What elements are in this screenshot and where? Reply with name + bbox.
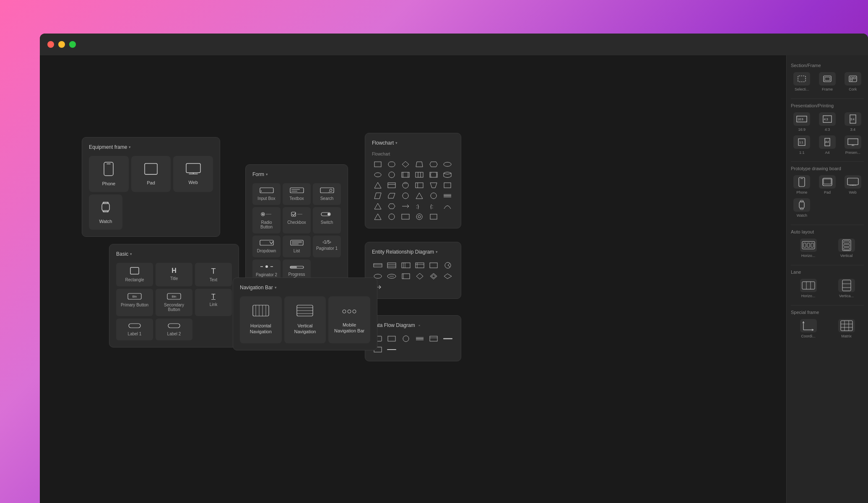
equipment-frame-arrow[interactable]: ▾	[129, 145, 131, 149]
fc-shape-10[interactable]	[413, 170, 425, 179]
erd-shape-11[interactable]	[428, 272, 439, 281]
equipment-pad[interactable]: Pad	[131, 156, 171, 192]
panel-present[interactable]: Presen...	[842, 135, 864, 155]
basic-arrow[interactable]: ▾	[130, 252, 132, 256]
panel-proto-watch[interactable]: Watch	[791, 198, 813, 218]
form-textbox[interactable]: Textbox	[283, 183, 311, 205]
fc-shape-15[interactable]	[400, 181, 411, 190]
fc-shape-1[interactable]	[372, 160, 384, 169]
panel-lane-v[interactable]: Vertica...	[829, 279, 864, 298]
erd-shape-6[interactable]	[442, 261, 454, 270]
basic-rectangle[interactable]: Rectangle	[116, 263, 153, 286]
basic-link[interactable]: T Link	[195, 289, 232, 316]
erd-shape-8[interactable]	[386, 272, 398, 281]
fc-shape-29[interactable]: {:	[428, 202, 439, 211]
dfd-shape-2[interactable]	[386, 334, 398, 343]
panel-1-1[interactable]: 1:1 1:1	[791, 135, 813, 155]
fc-shape-20[interactable]	[386, 191, 398, 200]
panel-horiz-layout[interactable]: Horizo...	[791, 239, 826, 258]
erd-shape-10[interactable]	[414, 272, 426, 281]
erd-shape-12[interactable]	[442, 272, 454, 281]
erd-arrow[interactable]: ▾	[436, 250, 438, 254]
basic-label1[interactable]: Label 1	[116, 319, 153, 340]
fc-shape-27[interactable]	[400, 202, 411, 211]
fc-shape-33[interactable]	[400, 212, 411, 221]
panel-selection[interactable]: Selecti...	[791, 72, 813, 92]
fc-shape-12[interactable]	[442, 170, 453, 179]
dfd-shape-4[interactable]	[414, 334, 426, 343]
fc-shape-7[interactable]	[372, 170, 384, 179]
fc-shape-30[interactable]	[442, 202, 453, 211]
basic-primary-button[interactable]: Btn Primary Button	[116, 289, 153, 316]
fc-shape-22[interactable]	[413, 191, 425, 200]
panel-cork[interactable]: Cork	[842, 72, 864, 92]
equipment-phone[interactable]: Phone	[89, 156, 129, 192]
fc-shape-2[interactable]	[386, 160, 398, 169]
dfd-shape-6[interactable]	[442, 334, 454, 343]
fc-shape-8[interactable]	[386, 170, 398, 179]
panel-16-9[interactable]: 16:9 16:9	[791, 112, 813, 132]
equipment-web[interactable]: Web	[173, 156, 213, 192]
form-radio-button[interactable]: Radio Button	[252, 207, 281, 233]
erd-shape-3[interactable]	[400, 261, 412, 270]
fc-shape-34[interactable]	[413, 212, 425, 221]
form-checkbox[interactable]: Checkbox	[283, 207, 311, 233]
fc-shape-14[interactable]	[386, 181, 398, 190]
dfd-shape-3[interactable]	[400, 334, 412, 343]
maximize-button[interactable]	[69, 41, 76, 48]
dfd-shape-8[interactable]	[386, 345, 398, 354]
basic-text[interactable]: T Text	[195, 263, 232, 286]
fc-shape-35[interactable]	[428, 212, 439, 221]
panel-a4[interactable]: A4 A4	[816, 135, 839, 155]
fc-shape-19[interactable]	[372, 191, 384, 200]
fc-shape-28[interactable]: :}	[413, 202, 425, 211]
erd-shape-5[interactable]	[428, 261, 439, 270]
panel-vert-layout[interactable]: Vertical	[829, 239, 864, 258]
form-arrow[interactable]: ▾	[266, 172, 268, 176]
form-list[interactable]: List	[283, 236, 311, 257]
fc-shape-3[interactable]	[400, 160, 411, 169]
fc-shape-21[interactable]	[400, 191, 411, 200]
fc-shape-6[interactable]	[442, 160, 453, 169]
fc-shape-13[interactable]	[372, 181, 384, 190]
basic-label2[interactable]: Label 2	[156, 319, 192, 340]
erd-shape-4[interactable]	[414, 261, 426, 270]
close-button[interactable]	[47, 41, 54, 48]
panel-proto-web[interactable]: Web	[842, 175, 864, 195]
panel-frame[interactable]: Frame	[816, 72, 839, 92]
vertical-nav-item[interactable]: Vertical Navigation	[284, 296, 326, 343]
fc-shape-36[interactable]	[442, 212, 453, 221]
fc-shape-16[interactable]	[413, 181, 425, 190]
panel-3-4[interactable]: 3:4 3:4	[842, 112, 864, 132]
form-switch[interactable]: Switch	[313, 207, 341, 233]
form-dropdown[interactable]: Dropdown	[252, 236, 281, 257]
erd-shape-2[interactable]	[386, 261, 398, 270]
form-paginator1[interactable]: ‹1/5› Paginator 1	[313, 236, 341, 257]
basic-title[interactable]: H Title	[156, 263, 192, 286]
fc-shape-31[interactable]	[372, 212, 384, 221]
basic-secondary-button[interactable]: Btn Secondary Button	[156, 289, 192, 316]
panel-4-3[interactable]: 4:3 4:3	[816, 112, 839, 132]
panel-matrix[interactable]: Matrix	[829, 319, 864, 339]
fc-shape-5[interactable]	[428, 160, 439, 169]
form-input-box[interactable]: Input Box	[252, 183, 281, 205]
dfd-shape-5[interactable]	[428, 334, 439, 343]
erd-shape-1[interactable]	[372, 261, 384, 270]
fc-shape-32[interactable]	[386, 212, 398, 221]
nav-bar-arrow[interactable]: ▾	[275, 285, 277, 290]
fc-shape-11[interactable]	[428, 170, 439, 179]
fc-shape-23[interactable]	[428, 191, 439, 200]
flowchart-arrow[interactable]: ▾	[395, 141, 398, 145]
fc-shape-9[interactable]	[400, 170, 411, 179]
fc-shape-4[interactable]	[413, 160, 425, 169]
form-search[interactable]: Search	[313, 183, 341, 205]
minimize-button[interactable]	[58, 41, 65, 48]
panel-coord[interactable]: Coordi...	[791, 319, 826, 339]
panel-proto-phone[interactable]: Phone	[791, 175, 813, 195]
horizontal-nav-item[interactable]: Horizontal Navigation	[240, 296, 282, 343]
fc-shape-25[interactable]	[372, 202, 384, 211]
mobile-nav-item[interactable]: Mobile Navigation Bar	[328, 296, 370, 343]
fc-shape-24[interactable]	[442, 191, 453, 200]
equipment-watch[interactable]: Watch	[89, 194, 122, 230]
fc-shape-17[interactable]	[428, 181, 439, 190]
